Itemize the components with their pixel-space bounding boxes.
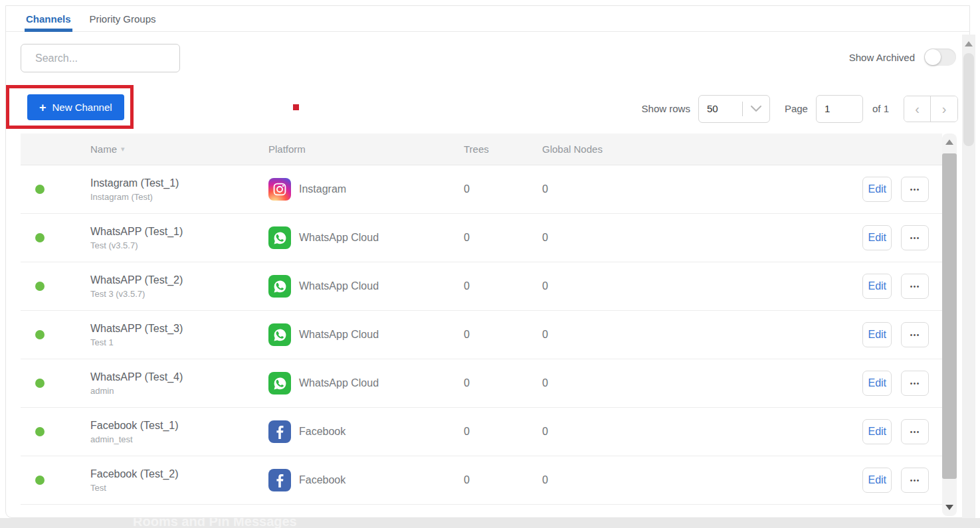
edit-button[interactable]: Edit (862, 225, 892, 250)
background-page-text: Rooms and Pin Messages (133, 518, 297, 528)
channel-name: WhatsAPP (Test_4) (90, 371, 268, 383)
annotation-red-dot (293, 104, 299, 110)
page-scrollbar[interactable] (962, 35, 975, 525)
platform-label: Instagram (299, 183, 346, 195)
scroll-down-icon[interactable] (945, 505, 953, 510)
search-input[interactable] (35, 52, 173, 64)
edit-button[interactable]: Edit (862, 274, 892, 299)
platform-label: Facebook (299, 474, 345, 486)
header-name[interactable]: Name ▾ (90, 143, 268, 155)
trees-count: 0 (464, 377, 542, 389)
page-of-label: of 1 (872, 103, 889, 114)
trees-count: 0 (464, 183, 542, 195)
table-row: Facebook (Test_2)TestFacebook00Edit••• (21, 456, 942, 505)
channel-subtitle: admin (90, 386, 268, 396)
table-scrollbar-thumb[interactable] (942, 153, 957, 479)
new-channel-button[interactable]: + New Channel (27, 94, 124, 120)
page-number-input[interactable] (816, 95, 863, 123)
status-dot (35, 476, 45, 485)
global-nodes-count: 0 (542, 232, 862, 244)
page: Channels Priority Groups Show Archived +… (0, 0, 980, 528)
table-row: Facebook (Test_1)admin_testFacebook00Edi… (21, 408, 942, 456)
page-scrollbar-thumb[interactable] (963, 53, 974, 146)
more-actions-button[interactable]: ••• (901, 419, 929, 444)
pagination-bar: Show rows 50 Page of 1 ‹ › (642, 94, 958, 123)
tab-channels[interactable]: Channels (25, 6, 72, 31)
more-actions-button[interactable]: ••• (901, 225, 929, 250)
edit-button[interactable]: Edit (862, 468, 892, 493)
channel-subtitle: Instagram (Test) (90, 192, 268, 202)
table-row: WhatsAPP (Test_1)Test (v3.5.7)WhatsApp C… (21, 214, 942, 262)
global-nodes-count: 0 (542, 329, 862, 341)
rows-per-page-value: 50 (707, 103, 742, 114)
table-scrollbar[interactable] (942, 133, 957, 516)
page-nav: ‹ › (904, 96, 958, 122)
trees-count: 0 (464, 232, 542, 244)
select-divider (742, 102, 743, 116)
more-actions-button[interactable]: ••• (901, 468, 929, 493)
edit-button[interactable]: Edit (862, 177, 892, 202)
show-rows-label: Show rows (642, 103, 690, 114)
platform-label: Facebook (299, 426, 345, 438)
status-dot (35, 282, 45, 291)
channel-subtitle: Test (90, 483, 268, 493)
tab-priority-groups-label: Priority Groups (90, 13, 156, 25)
table-row: WhatsAPP (Test_2)Test 3 (v3.5.7)WhatsApp… (21, 262, 942, 311)
rows-per-page-select[interactable]: 50 (698, 95, 770, 123)
whatsapp-icon (268, 372, 291, 395)
trees-count: 0 (464, 474, 542, 486)
tab-channels-label: Channels (26, 13, 71, 25)
facebook-icon (268, 469, 291, 491)
channel-subtitle: Test 1 (90, 337, 268, 347)
table-row: Instagram (Test_2) (21, 505, 942, 517)
tab-priority-groups[interactable]: Priority Groups (88, 6, 157, 31)
prev-page-button[interactable]: ‹ (904, 96, 931, 122)
channels-panel: Channels Priority Groups Show Archived +… (5, 5, 970, 518)
tab-bar: Channels Priority Groups (6, 6, 969, 32)
channel-name: Instagram (Test_1) (90, 177, 268, 189)
table-body: Instagram (Test_1)Instagram (Test)Instag… (21, 165, 942, 517)
table-header: Name ▾ Platform Trees Global Nodes (21, 133, 942, 165)
table-row: WhatsAPP (Test_4)adminWhatsApp Cloud00Ed… (21, 359, 942, 408)
table-row: WhatsAPP (Test_3)Test 1WhatsApp Cloud00E… (21, 311, 942, 359)
more-actions-button[interactable]: ••• (901, 371, 929, 396)
trees-count: 0 (464, 426, 542, 438)
dimmed-background-page: Rooms and Pin Messages (0, 518, 980, 528)
page-scroll-up-icon[interactable] (965, 41, 973, 46)
global-nodes-count: 0 (542, 183, 862, 195)
status-dot (35, 185, 45, 194)
show-archived-toggle[interactable] (924, 48, 956, 66)
status-dot (35, 330, 45, 339)
trees-count: 0 (464, 280, 542, 292)
global-nodes-count: 0 (542, 280, 862, 292)
status-dot (35, 379, 45, 388)
edit-button[interactable]: Edit (862, 322, 892, 347)
global-nodes-count: 0 (542, 474, 862, 486)
header-trees: Trees (464, 143, 542, 155)
channel-name: WhatsAPP (Test_1) (90, 226, 268, 238)
global-nodes-count: 0 (542, 426, 862, 438)
search-box[interactable] (21, 44, 180, 72)
header-platform: Platform (268, 143, 464, 155)
platform-label: WhatsApp Cloud (299, 280, 379, 292)
trees-count: 0 (464, 329, 542, 341)
show-archived-control: Show Archived (849, 48, 956, 66)
show-archived-label: Show Archived (849, 52, 915, 63)
toggle-knob (925, 49, 941, 65)
status-dot (35, 233, 45, 242)
more-actions-button[interactable]: ••• (901, 274, 929, 299)
channel-subtitle: Test (v3.5.7) (90, 240, 268, 250)
status-dot (35, 427, 45, 436)
more-actions-button[interactable]: ••• (901, 322, 929, 347)
platform-label: WhatsApp Cloud (299, 377, 379, 389)
next-page-button[interactable]: › (931, 96, 957, 122)
more-actions-button[interactable]: ••• (901, 177, 929, 202)
channel-name: Facebook (Test_2) (90, 468, 268, 480)
platform-label: WhatsApp Cloud (299, 329, 379, 341)
header-global-nodes: Global Nodes (542, 143, 862, 155)
scroll-up-icon[interactable] (945, 139, 953, 145)
edit-button[interactable]: Edit (862, 371, 892, 396)
chevron-down-icon (751, 106, 761, 112)
edit-button[interactable]: Edit (862, 419, 892, 444)
table-row: Instagram (Test_1)Instagram (Test)Instag… (21, 165, 942, 214)
